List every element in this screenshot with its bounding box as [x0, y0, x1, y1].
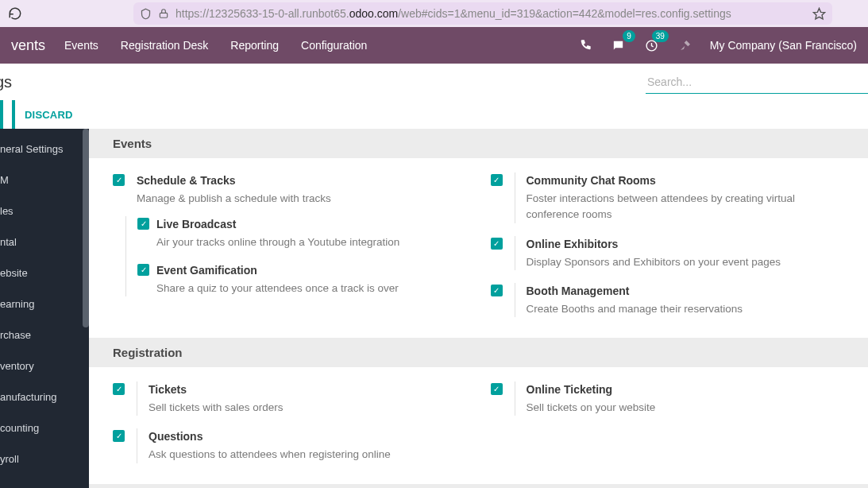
phone-icon[interactable] — [577, 37, 594, 54]
checkbox-online-exhibitors[interactable]: ✓ — [491, 238, 503, 250]
nav-configuration[interactable]: Configuration — [301, 39, 367, 52]
checkbox-event-gamification[interactable]: ✓ — [137, 264, 149, 276]
sidebar-scrollbar[interactable] — [83, 129, 89, 327]
sidebar-item-inventory[interactable]: ventory — [0, 351, 89, 381]
setting-title: Tickets — [149, 381, 467, 398]
discard-indicator — [0, 100, 3, 129]
nav-registration-desk[interactable]: Registration Desk — [121, 39, 209, 52]
section-header-events: Events — [89, 129, 868, 158]
setting-title: Online Ticketing — [527, 381, 845, 398]
setting-title: Online Exhibitors — [527, 236, 845, 253]
section-header-attendance: Attendance — [89, 484, 868, 489]
sidebar-item-website[interactable]: ebsite — [0, 258, 89, 289]
setting-title: Live Broadcast — [156, 216, 399, 233]
sidebar-item-sales[interactable]: les — [0, 196, 89, 227]
setting-desc: Display Sponsors and Exhibitors on your … — [527, 254, 845, 270]
sidebar-item-accounting[interactable]: counting — [0, 412, 89, 443]
setting-desc: Sell tickets with sales orders — [149, 400, 467, 416]
nav-events[interactable]: Events — [64, 39, 98, 52]
activities-badge: 39 — [652, 30, 669, 42]
refresh-icon[interactable] — [8, 6, 22, 21]
section-header-registration: Registration — [89, 338, 868, 367]
setting-desc: Air your tracks online through a Youtube… — [156, 234, 399, 250]
setting-desc: Create Booths and manage their reservati… — [527, 301, 845, 317]
setting-title: Questions — [149, 428, 467, 445]
setting-desc: Ask questions to attendees when register… — [149, 447, 467, 463]
setting-desc: Foster interactions between attendees by… — [527, 191, 845, 223]
action-row: DISCARD — [0, 100, 868, 129]
app-brand[interactable]: vents — [11, 37, 45, 54]
browser-chrome: https://12325633-15-0-all.runbot65.odoo.… — [0, 0, 868, 27]
setting-title: Schedule & Tracks — [137, 172, 467, 189]
setting-live-broadcast: ✓ Live Broadcast Air your tracks online … — [137, 216, 467, 250]
setting-schedule-tracks: ✓ Schedule & Tracks Manage & publish a s… — [113, 172, 467, 296]
setting-event-gamification: ✓ Event Gamification Share a quiz to you… — [137, 262, 467, 296]
settings-content: Events ✓ Schedule & Tracks Manage & publ… — [89, 129, 868, 488]
setting-online-ticketing: ✓ Online Ticketing Sell tickets on your … — [491, 381, 845, 416]
sidebar-item-manufacturing[interactable]: anufacturing — [0, 381, 89, 412]
checkbox-tickets[interactable]: ✓ — [113, 383, 125, 395]
checkbox-schedule-tracks[interactable]: ✓ — [113, 174, 125, 186]
checkbox-online-ticketing[interactable]: ✓ — [491, 383, 503, 395]
setting-desc: Share a quiz to your attendees once a tr… — [156, 281, 399, 296]
setting-title: Event Gamification — [156, 262, 399, 279]
svg-marker-1 — [813, 8, 824, 18]
activities-icon[interactable]: 39 — [643, 37, 661, 54]
sidebar-item-purchase[interactable]: rchase — [0, 320, 89, 351]
settings-sidebar: neral Settings M les ntal ebsite earning… — [0, 129, 89, 488]
search-input[interactable] — [646, 71, 868, 94]
setting-desc: Sell tickets on your website — [527, 400, 845, 416]
breadcrumb-row: gs — [0, 64, 868, 100]
sidebar-item-general[interactable]: neral Settings — [0, 134, 89, 165]
lock-icon — [158, 8, 169, 19]
sidebar-item-rental[interactable]: ntal — [0, 227, 89, 258]
discard-button[interactable]: DISCARD — [12, 100, 73, 129]
page-title: gs — [0, 73, 12, 91]
sidebar-item-crm[interactable]: M — [0, 165, 89, 196]
svg-rect-0 — [160, 13, 167, 17]
shield-icon — [140, 8, 152, 20]
tools-icon[interactable] — [677, 37, 694, 54]
messages-icon[interactable]: 9 — [610, 37, 627, 54]
nav-reporting[interactable]: Reporting — [230, 39, 279, 52]
setting-title: Community Chat Rooms — [527, 172, 845, 189]
top-nav: vents Events Registration Desk Reporting… — [0, 27, 868, 64]
setting-tickets: ✓ Tickets Sell tickets with sales orders — [113, 381, 467, 416]
setting-online-exhibitors: ✓ Online Exhibitors Display Sponsors and… — [491, 236, 845, 270]
sidebar-item-elearning[interactable]: earning — [0, 289, 89, 320]
checkbox-live-broadcast[interactable]: ✓ — [137, 218, 149, 230]
setting-title: Booth Management — [527, 283, 845, 300]
setting-desc: Manage & publish a schedule with tracks — [137, 191, 467, 207]
checkbox-booth-management[interactable]: ✓ — [491, 285, 503, 296]
url-text: https://12325633-15-0-all.runbot65.odoo.… — [176, 7, 731, 20]
setting-questions: ✓ Questions Ask questions to attendees w… — [113, 428, 467, 463]
star-icon[interactable] — [812, 7, 826, 21]
url-bar[interactable]: https://12325633-15-0-all.runbot65.odoo.… — [133, 2, 832, 25]
checkbox-community-chat[interactable]: ✓ — [491, 174, 503, 186]
company-selector[interactable]: My Company (San Francisco) — [710, 39, 857, 52]
setting-community-chat: ✓ Community Chat Rooms Foster interactio… — [491, 172, 845, 223]
messages-badge: 9 — [623, 30, 635, 42]
checkbox-questions[interactable]: ✓ — [113, 430, 125, 442]
sidebar-item-payroll[interactable]: yroll — [0, 443, 89, 474]
setting-booth-management: ✓ Booth Management Create Booths and man… — [491, 283, 845, 317]
